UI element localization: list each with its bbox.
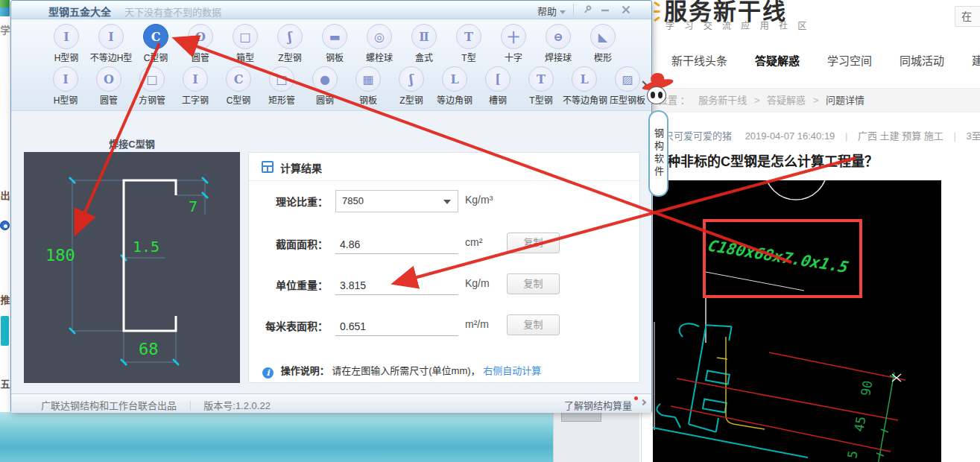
toolbar-item-label: Z型钢 bbox=[268, 51, 312, 63]
toolbar-item[interactable]: □矩形管 bbox=[260, 66, 303, 106]
shape-icon: □ bbox=[269, 66, 294, 92]
result-row-label: 每米表面积： bbox=[249, 318, 328, 333]
app-window: 型钢五金大全 天下没有查不到的数据 帮助 焊接 型材 IH型钢I不等边H型CC型… bbox=[10, 0, 652, 412]
toolbar-item[interactable]: □箱型 bbox=[223, 24, 268, 63]
toolbar-item[interactable]: L等边角钢 bbox=[433, 66, 476, 106]
mascot-face-icon bbox=[647, 86, 666, 104]
dim-thickness-label[interactable]: 1.5 bbox=[133, 238, 159, 256]
shape-icon: ▬ bbox=[322, 24, 347, 49]
toolbar-item[interactable]: 十十字 bbox=[491, 24, 536, 63]
toolbar-item[interactable]: ▬钢板 bbox=[312, 24, 357, 63]
toolbar-item[interactable]: IH型钢 bbox=[44, 66, 87, 106]
copy-button[interactable]: 复制 bbox=[507, 314, 560, 335]
shape-icon: I bbox=[53, 66, 78, 92]
toolbar-item[interactable]: ʃZ型钢 bbox=[390, 66, 433, 106]
results-card: 计算结果 理论比重： 7850 Kg/m³ 截面面积：cm²复制单位重量：Kg/… bbox=[248, 152, 640, 383]
info-icon: i bbox=[262, 367, 274, 379]
nav-item[interactable]: 答疑解惑 bbox=[755, 52, 800, 68]
toolbar-item[interactable]: IH型钢 bbox=[44, 24, 89, 63]
drawing-canvas[interactable]: 180 1.5 7 68 bbox=[24, 152, 240, 383]
toolbar-item[interactable]: ⊖焊接球 bbox=[536, 24, 581, 63]
shape-icon: ʃ bbox=[399, 66, 424, 92]
toolbar-item-label: Z型钢 bbox=[390, 93, 433, 106]
note-label: 操作说明： bbox=[281, 365, 329, 376]
toolbar-item-label: T型 bbox=[446, 51, 491, 63]
mascot[interactable]: 钢构软件 bbox=[641, 69, 678, 221]
cad-dim-45: 45 bbox=[851, 415, 868, 433]
statusbar: 广联达钢结构和工作台联合出品 ｜ 版本号:1.2.0.22 了解钢结构算量 bbox=[11, 393, 651, 413]
toolbar-item-label: 箱型 bbox=[223, 51, 268, 63]
toolbar-item-label: 钢板 bbox=[347, 93, 390, 106]
nav-item[interactable]: 同城活动 bbox=[900, 52, 944, 68]
toolbar-item[interactable]: □方钢管 bbox=[130, 66, 174, 106]
help-button[interactable]: 帮助 bbox=[537, 4, 566, 18]
toolbar-item-label: 方钢管 bbox=[130, 93, 174, 106]
shape-icon: L bbox=[442, 66, 467, 92]
titlebar[interactable]: 型钢五金大全 天下没有查不到的数据 帮助 bbox=[11, 1, 651, 19]
toolbar-item-label: 圆钢 bbox=[303, 93, 347, 106]
desktop-fragment: 出 bbox=[0, 188, 10, 202]
toolbar-item-label: T型钢 bbox=[519, 93, 563, 106]
toolbar-item[interactable]: [槽钢 bbox=[476, 66, 519, 106]
toolbar-item-label: C型钢 bbox=[217, 93, 260, 106]
density-value: 7850 bbox=[342, 195, 364, 206]
toolbar-item[interactable]: L不等边角钢 bbox=[563, 66, 606, 106]
shape-icon: □ bbox=[233, 24, 258, 49]
toolbar-item[interactable]: TT型 bbox=[446, 24, 491, 63]
toolbar-item[interactable]: I工字钢 bbox=[174, 66, 217, 106]
close-icon bbox=[620, 4, 632, 16]
toolbar-item[interactable]: ʃZ型钢 bbox=[268, 24, 312, 63]
online-service-button[interactable]: 在 bbox=[955, 6, 980, 27]
nav-item[interactable]: 建筑课 bbox=[972, 52, 980, 68]
toolbar-item[interactable]: CC型钢 bbox=[133, 24, 178, 63]
dim-height-label[interactable]: 180 bbox=[45, 246, 75, 265]
toolbar-item[interactable]: TT型钢 bbox=[519, 66, 563, 106]
note-link[interactable]: 右侧自动计算 bbox=[483, 365, 541, 376]
minimize-button[interactable] bbox=[599, 4, 613, 16]
shape-icon: 十 bbox=[501, 24, 526, 49]
breadcrumb-item-home[interactable]: 服务新干线 bbox=[698, 95, 747, 106]
close-button[interactable] bbox=[620, 4, 633, 16]
shape-icon: C bbox=[143, 24, 168, 49]
toolbar-item[interactable]: O圆管 bbox=[178, 24, 223, 63]
copy-button[interactable]: 复制 bbox=[507, 273, 560, 294]
toolbar-item[interactable]: Ⅱ盒式 bbox=[402, 24, 446, 63]
shape-icon: ▨ bbox=[615, 66, 640, 92]
dim-width-label[interactable]: 68 bbox=[139, 340, 159, 358]
pin-button[interactable] bbox=[581, 4, 595, 16]
result-row-label: 截面面积： bbox=[249, 236, 328, 251]
shape-icon: ◣ bbox=[590, 24, 616, 49]
result-row-label: 单位重量： bbox=[249, 277, 328, 292]
result-value-input[interactable] bbox=[335, 235, 458, 254]
nav-item[interactable]: 学习空间 bbox=[827, 52, 872, 68]
shape-icon: I bbox=[98, 24, 124, 49]
result-unit: Kg/m bbox=[465, 277, 490, 289]
result-value-input[interactable] bbox=[335, 317, 458, 336]
toolbar-item[interactable]: O圆管 bbox=[87, 66, 130, 106]
toolbar-item[interactable]: I不等边H型 bbox=[89, 24, 133, 63]
result-unit: m²/m bbox=[465, 318, 489, 330]
shape-icon: O bbox=[96, 66, 121, 92]
messenger-icon[interactable] bbox=[0, 221, 10, 230]
meta-divider: | bbox=[953, 130, 955, 142]
toolbar-item-label: 工字钢 bbox=[174, 93, 217, 106]
result-value-input[interactable] bbox=[335, 276, 458, 295]
panel-title: 焊接C型钢 bbox=[24, 136, 240, 151]
breadcrumb-item-qa[interactable]: 答疑解惑 bbox=[767, 95, 806, 106]
learn-link[interactable]: 了解钢结构算量 bbox=[564, 398, 632, 412]
density-select[interactable]: 7850 bbox=[335, 190, 458, 212]
copy-button[interactable]: 复制 bbox=[507, 232, 560, 253]
shape-icon: Ⅱ bbox=[411, 24, 437, 49]
toolbar-item[interactable]: ◎螺栓球 bbox=[357, 24, 402, 63]
shape-icon: C bbox=[226, 66, 251, 92]
shape-icon: ▦ bbox=[355, 66, 381, 92]
toolbar-item[interactable]: ●圆钢 bbox=[303, 66, 347, 106]
dim-lip-label[interactable]: 7 bbox=[189, 197, 197, 215]
result-unit: cm² bbox=[465, 236, 482, 248]
operation-note: i 操作说明： 请在左图输入所需尺寸(单位mm)， 右侧自动计算 bbox=[262, 363, 541, 379]
toolbar-item[interactable]: ◣楔形 bbox=[581, 24, 625, 63]
toolbar-item[interactable]: ▦钢板 bbox=[347, 66, 390, 106]
background-window-titlebar bbox=[561, 412, 601, 422]
toolbar-item[interactable]: CC型钢 bbox=[217, 66, 260, 106]
nav-item[interactable]: 新干线头条 bbox=[671, 52, 727, 68]
